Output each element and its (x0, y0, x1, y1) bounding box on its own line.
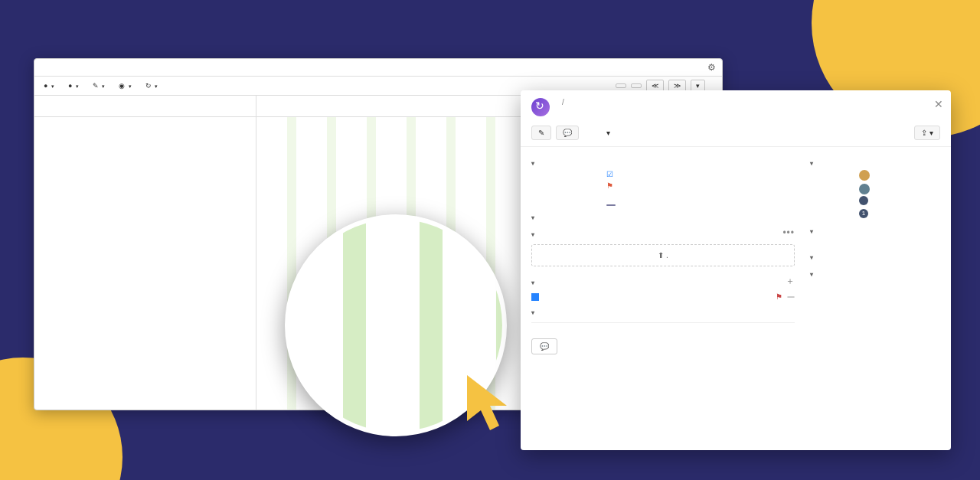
close-issue-button[interactable] (638, 131, 650, 136)
avatar-icon (859, 170, 870, 181)
activity-heading[interactable] (531, 307, 795, 316)
gantt-titlebar: ⚙ (34, 59, 722, 77)
more-button[interactable]: ▾ (600, 126, 616, 139)
issue-links-heading[interactable] (531, 277, 534, 286)
attachments-dropzone[interactable]: ⬆ . (531, 244, 795, 266)
linked-issue-row[interactable]: ⚑ (531, 291, 795, 302)
task-icon (531, 293, 539, 301)
detail-toolbar: ✎ 💬 ▾ ⇪ ▾ (521, 122, 951, 147)
gantt-issue-tree (34, 96, 256, 410)
description-heading[interactable] (531, 212, 795, 221)
issue-detail-panel: ✕ / ✎ 💬 ▾ ⇪ ▾ ☑ (521, 90, 951, 450)
people-heading[interactable] (810, 158, 940, 167)
resolve-button[interactable] (621, 131, 633, 136)
breadcrumb[interactable]: / (559, 98, 567, 106)
jump-button[interactable] (616, 83, 626, 88)
plus-icon[interactable]: ＋ (786, 275, 795, 288)
today-button[interactable] (631, 83, 642, 88)
gear-icon[interactable]: ⚙ (707, 62, 716, 73)
svg-marker-0 (467, 375, 507, 430)
details-heading[interactable] (531, 158, 795, 167)
wbs-heading[interactable] (810, 269, 940, 278)
edit-button[interactable]: ✎ (90, 80, 109, 91)
dots-icon[interactable]: ••• (782, 227, 795, 238)
save-button[interactable] (710, 84, 716, 87)
comment-button[interactable]: 💬 (556, 126, 579, 140)
add-button[interactable]: ● (41, 80, 57, 91)
agile-heading[interactable] (810, 252, 940, 261)
assign-button[interactable] (583, 131, 596, 136)
edit-button[interactable]: ✎ (531, 126, 551, 140)
flag-icon: ⚑ (776, 292, 782, 301)
project-avatar-icon (531, 98, 550, 116)
delete-button[interactable]: ● (65, 80, 82, 91)
activity-empty (531, 323, 795, 332)
dates-heading[interactable] (810, 226, 940, 235)
add-comment-button[interactable]: 💬 (531, 338, 557, 354)
view-button[interactable]: ◉ (116, 80, 135, 91)
export-button[interactable]: ⇪ ▾ (914, 126, 940, 140)
attachments-heading[interactable] (531, 229, 534, 238)
avatar-icon (859, 184, 870, 194)
data-button[interactable]: ↻ (142, 80, 162, 91)
